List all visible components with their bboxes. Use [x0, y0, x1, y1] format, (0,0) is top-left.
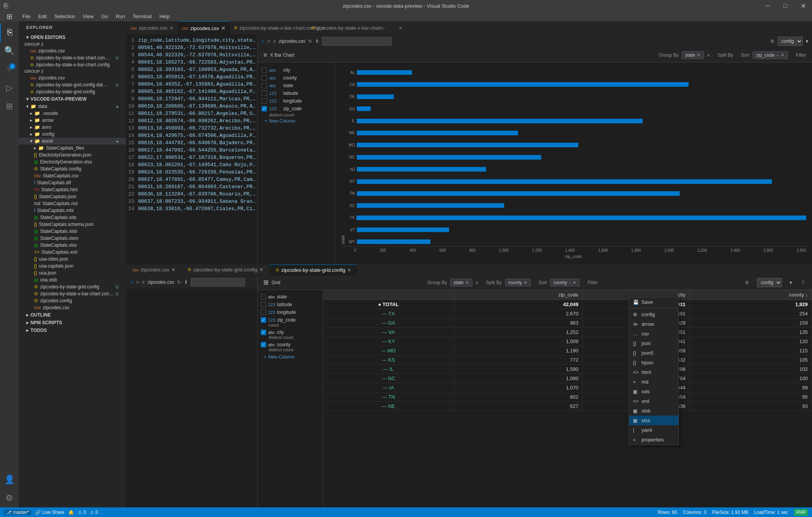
- menu-view[interactable]: View: [79, 12, 98, 21]
- grid-col-longitude[interactable]: 123 longitude: [261, 308, 320, 316]
- col-check-latitude[interactable]: [262, 91, 267, 96]
- dropdown-arrow[interactable]: ≫ arrow: [629, 319, 679, 329]
- sidebar-item-statecapitals-xlsb[interactable]: ▦ StateCapitals.xlsb: [19, 228, 126, 235]
- grid-sort-chip[interactable]: county ↓ ✕: [550, 279, 580, 286]
- config-dropdown-arrow[interactable]: ▾: [806, 39, 808, 44]
- sort-chip[interactable]: zip_code ─ ✕: [753, 51, 788, 59]
- col-item-latitude[interactable]: 123 latitude: [262, 89, 331, 97]
- tab-close-4[interactable]: ✕: [398, 25, 403, 31]
- menu-selection[interactable]: Selection: [51, 12, 79, 21]
- sidebar-item-usa-json[interactable]: {} usa.json: [19, 269, 126, 276]
- grid-help-icon[interactable]: ?: [800, 280, 806, 285]
- activity-settings[interactable]: ⚙: [0, 489, 19, 507]
- chart-search-box[interactable]: [322, 37, 543, 45]
- tab-bar-chart-config-1[interactable]: ⚙ zipcodes-by-state-x-bar-chart.config ✕: [230, 21, 307, 35]
- grid-sort-remove[interactable]: ✕: [572, 280, 576, 285]
- btab-grid-config-2[interactable]: ⚙ zipcodes-by-state-grid.config ✕: [270, 264, 358, 275]
- grid-col-check-longitude[interactable]: [261, 310, 266, 315]
- grid-config-dropdown[interactable]: ▾: [790, 280, 792, 285]
- sidebar-item-statecapitals-xlsm[interactable]: ▦ StateCapitals.xlsm: [19, 235, 126, 242]
- sidebar-folder-data[interactable]: ▾📁 data ●: [19, 103, 126, 110]
- table-header-zipcode[interactable]: zip_code: [454, 290, 582, 300]
- activity-source-control[interactable]: ⑂ 2: [0, 60, 19, 79]
- chart-config-select[interactable]: config: [778, 37, 803, 46]
- sidebar-item-zipcodes-csv-1[interactable]: csv zipcodes.csv: [19, 47, 126, 54]
- notification-icon[interactable]: 🔔: [68, 510, 74, 515]
- preview-refresh-icon[interactable]: ↻: [308, 39, 312, 44]
- dropdown-ods[interactable]: ▦ ods: [629, 387, 679, 396]
- sidebar-item-usa-capitals[interactable]: {} usa-capitals.json: [19, 263, 126, 269]
- sidebar-item-statecapitals-md[interactable]: md StateCapitals.md: [19, 200, 126, 207]
- dropdown-hjson[interactable]: {} hjson: [629, 358, 679, 367]
- group-by-remove[interactable]: ✕: [697, 52, 701, 58]
- tab-bar-chart-config-2[interactable]: ⚙ zipcodes-by-state-x-bar-chart.config ✕: [307, 21, 384, 35]
- menu-terminal[interactable]: Terminal: [129, 12, 155, 21]
- col-check-county[interactable]: [262, 75, 267, 81]
- sidebar-item-zipcodes-csv-2[interactable]: csv zipcodes.csv: [19, 74, 126, 81]
- menu-help[interactable]: Help: [155, 12, 174, 21]
- dropdown-md[interactable]: = md: [629, 377, 679, 387]
- sidebar-item-grid-config-u[interactable]: ⚙ zipcodes-by-state-grid.config U: [19, 283, 126, 290]
- sidebar-item-statecapitals-htm[interactable]: <> StateCapitals.htm: [19, 186, 126, 193]
- menu-run[interactable]: Run: [112, 12, 129, 21]
- grid-group-settings-icon[interactable]: ≡: [476, 280, 478, 285]
- dropdown-json[interactable]: {} json: [629, 338, 679, 348]
- dropdown-xml[interactable]: <> xml: [629, 396, 679, 406]
- tab-close-3[interactable]: ✕: [321, 25, 326, 31]
- sidebar-item-electricity-xlsx[interactable]: ▦ ElectricityGeneration.xlsx: [19, 158, 126, 165]
- btab-close-3[interactable]: ✕: [347, 267, 351, 273]
- col-item-zipcode[interactable]: ✓ 123 zip_code: [262, 105, 331, 113]
- menu-go[interactable]: Go: [98, 12, 112, 21]
- sort-remove[interactable]: ─: [776, 52, 780, 58]
- activity-debug[interactable]: ▷: [0, 79, 19, 97]
- sidebar-item-grid-config-2[interactable]: ⚙ zipcodes-by-state-grid.config: [19, 88, 126, 95]
- tab-zipcodes-csv-2[interactable]: csv zipcodes.csv ✕: [178, 21, 230, 35]
- btab-zipcodes-csv[interactable]: csv zipcodes.csv ✕: [127, 264, 182, 275]
- grid-col-county[interactable]: ✓ abc county distinct count: [261, 341, 320, 353]
- grid-new-column-button[interactable]: + New Column: [261, 353, 320, 361]
- sidebar-item-electricity-json[interactable]: {} ElectricityGeneration.json: [19, 152, 126, 158]
- bottom-refresh-icon[interactable]: ↻: [177, 280, 181, 285]
- sidebar-item-statecapitals-schema[interactable]: {} StateCapitals.schema.json: [19, 221, 126, 228]
- sidebar-item-usa-xlsb[interactable]: ▦ usa.xlsb: [19, 276, 126, 283]
- bottom-nav-icon[interactable]: »: [130, 280, 133, 285]
- col-check-city[interactable]: [262, 67, 267, 73]
- dropdown-xlsx[interactable]: ▦ xlsx: [629, 416, 679, 425]
- vscode-data-preview-group[interactable]: ▾ VSCODE-DATA-PREVIEW: [19, 95, 126, 103]
- sidebar-item-bar-chart-config-2[interactable]: ⚙ zipcodes-by-state-x-bar-chart.config: [19, 61, 126, 68]
- sidebar-folder-excel[interactable]: ▾📁 excel ●: [19, 138, 126, 145]
- tab-close-1[interactable]: ✕: [169, 25, 174, 31]
- btab-close-1[interactable]: ✕: [171, 267, 176, 273]
- col-check-state[interactable]: [262, 83, 267, 88]
- dropdown-yaml[interactable]: | yaml: [629, 425, 679, 435]
- preview-nav-icon[interactable]: »: [262, 39, 264, 44]
- grid-col-check-zipcode[interactable]: ✓: [261, 317, 266, 323]
- btab-close-2[interactable]: ✕: [259, 267, 263, 273]
- grid-group-by-chip[interactable]: state ✕: [450, 279, 473, 286]
- maximize-button[interactable]: □: [777, 0, 794, 12]
- col-item-longitude[interactable]: 123 longitude: [262, 97, 331, 105]
- dropdown-save[interactable]: 💾 Save: [629, 297, 679, 307]
- tab-zipcodes-csv-1[interactable]: csv zipcodes.csv ✕: [127, 21, 178, 35]
- preview-upload-icon[interactable]: ⬆: [315, 39, 319, 44]
- grid-col-check-county[interactable]: ✓: [261, 342, 266, 347]
- bottom-search-box[interactable]: [191, 278, 245, 286]
- activity-extensions[interactable]: ⊞: [0, 97, 19, 116]
- sidebar-item-statecapitals-mht[interactable]: f StateCapitals.mht: [19, 207, 126, 214]
- sidebar-item-bar-chart-config-1[interactable]: ⚙ zipcodes-by-state-x-bar-chart.con… U: [19, 54, 126, 61]
- live-share-button[interactable]: 🔗 Live Share: [35, 510, 64, 515]
- dropdown-xlsb[interactable]: ▦ xlsb: [629, 406, 679, 416]
- sidebar-item-usa-cities[interactable]: {} usa-cities.json: [19, 256, 126, 263]
- col-item-state[interactable]: abc state: [262, 82, 331, 89]
- sidebar-item-statecapitals-csv[interactable]: csv StateCapitals.csv: [19, 172, 126, 179]
- sidebar-item-grid-config-1[interactable]: ⚙ zipcodes-by-state-grid.config dat… U: [19, 81, 126, 88]
- chart-search-input[interactable]: [322, 37, 392, 45]
- sort-close[interactable]: ✕: [781, 52, 785, 58]
- close-button[interactable]: ✕: [794, 0, 812, 12]
- grid-col-latitude[interactable]: 123 latitude: [261, 301, 320, 308]
- dropdown-properties[interactable]: = properties: [629, 435, 679, 445]
- sidebar-folder-arrow[interactable]: ▸📁 arrow: [19, 117, 126, 124]
- new-column-button[interactable]: + New Column: [262, 117, 331, 125]
- sidebar-folder-avro[interactable]: ▸📁 avro: [19, 124, 126, 131]
- sidebar-item-statecapitals-json[interactable]: {} StateCapitals.json: [19, 193, 126, 200]
